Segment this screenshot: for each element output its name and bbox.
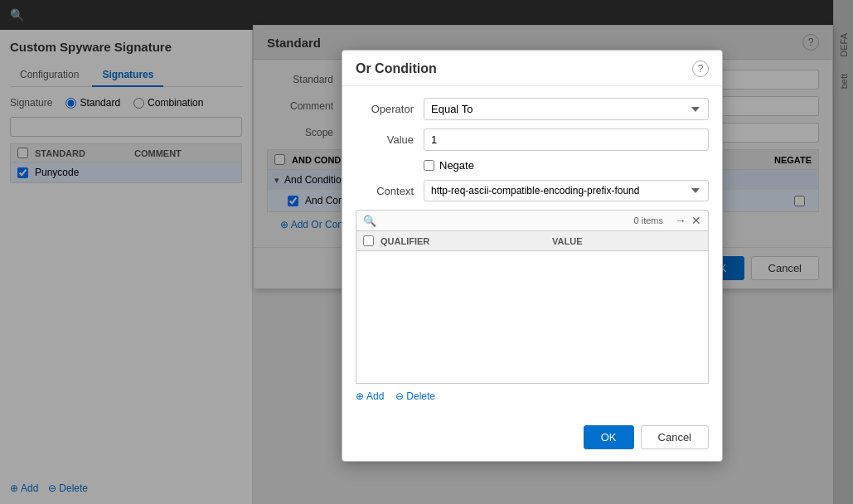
or-condition-dialog: Or Condition ? Operator Equal To Not Equ…: [342, 50, 723, 462]
value-label: Value: [356, 133, 414, 146]
dialog-footer: OK Cancel: [342, 417, 722, 461]
qualifier-table-header: QUALIFIER VALUE: [356, 231, 709, 251]
operator-select[interactable]: Equal To Not Equal To Greater Than Less …: [424, 98, 709, 120]
qualifier-section: 🔍 0 items → ✕ QUALIFIER VALUE ⊕ Add: [356, 210, 709, 405]
add-qualifier-button[interactable]: ⊕ Add: [356, 390, 384, 402]
dialog-help-icon[interactable]: ?: [692, 61, 709, 77]
qualifier-table-body: [356, 251, 709, 384]
qualifier-col-header: QUALIFIER: [380, 236, 552, 246]
value-col-header: VALUE: [552, 236, 701, 246]
qualifier-search-input[interactable]: [381, 215, 629, 226]
value-input[interactable]: [424, 128, 709, 151]
qualifier-search-row: 🔍 0 items → ✕: [356, 210, 709, 231]
add-qualifier-icon: ⊕: [356, 390, 364, 402]
context-label: Context: [356, 185, 414, 197]
dialog-header: Or Condition ?: [342, 51, 722, 86]
dialog-title: Or Condition: [356, 61, 437, 76]
qualifier-select-all-checkbox[interactable]: [363, 235, 374, 246]
qualifier-close-icon[interactable]: ✕: [691, 214, 701, 227]
arrow-right-icon[interactable]: →: [675, 214, 686, 227]
negate-checkbox[interactable]: [424, 160, 434, 171]
qualifier-search-icon: 🔍: [363, 215, 376, 227]
dialog-body: Operator Equal To Not Equal To Greater T…: [342, 86, 722, 417]
negate-row: Negate: [424, 159, 709, 172]
value-row: Value: [356, 128, 709, 151]
context-select[interactable]: http-req-ascii-compatible-encoding-prefi…: [424, 180, 709, 201]
qualifier-add-delete: ⊕ Add ⊖ Delete: [356, 384, 709, 405]
delete-qualifier-button[interactable]: ⊖ Delete: [395, 390, 435, 402]
negate-label: Negate: [439, 159, 474, 172]
items-count: 0 items: [634, 216, 663, 225]
dialog-cancel-button[interactable]: Cancel: [641, 425, 709, 449]
context-row: Context http-req-ascii-compatible-encodi…: [356, 180, 709, 201]
dialog-ok-button[interactable]: OK: [584, 425, 634, 449]
operator-label: Operator: [356, 103, 414, 115]
delete-qualifier-icon: ⊖: [395, 390, 404, 402]
operator-row: Operator Equal To Not Equal To Greater T…: [356, 98, 709, 120]
